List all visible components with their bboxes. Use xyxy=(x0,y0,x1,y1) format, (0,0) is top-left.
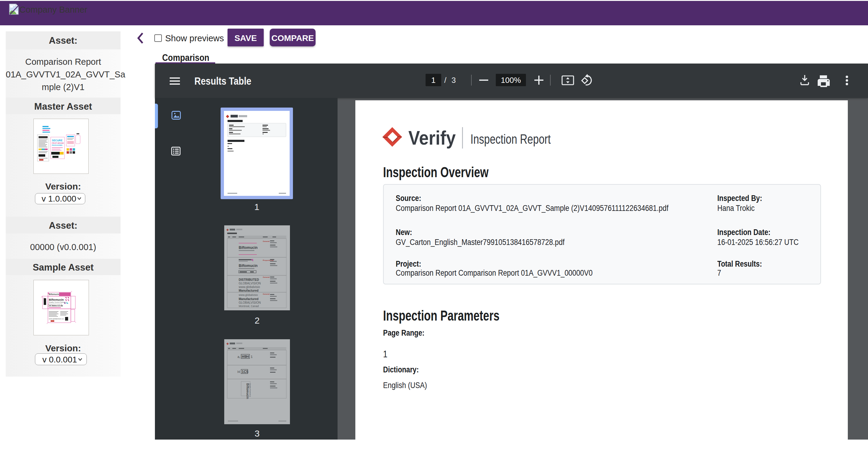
svg-text:Biftomucin: Biftomucin xyxy=(49,293,59,295)
svg-text:a,: a, xyxy=(238,355,240,358)
svg-text:20 Tablets: 20 Tablets xyxy=(49,305,57,306)
svg-text:General: General xyxy=(263,241,270,242)
svg-text:Montreal, Canad: Montreal, Canad xyxy=(239,305,259,308)
svg-text:1C5: 1C5 xyxy=(242,370,248,374)
svg-text:6.3 mg: 6.3 mg xyxy=(58,305,63,306)
svg-text:SECURE: SECURE xyxy=(52,139,63,142)
svg-text:Quality Control S: Quality Control S xyxy=(249,383,251,397)
svg-text:www.globalvisio: www.globalvisio xyxy=(239,293,258,296)
svg-text:Biftomucin: Biftomucin xyxy=(49,298,64,301)
svg-text:H9H: H9H xyxy=(242,355,249,359)
svg-text:1: 1 xyxy=(251,355,253,358)
svg-text:H: H xyxy=(238,370,240,374)
svg-text:GLOBALVISION: GLOBALVISION xyxy=(239,282,261,285)
svg-text:Manufactured: Manufactured xyxy=(239,289,258,292)
svg-text:Manufactured: Manufactured xyxy=(239,297,258,301)
svg-text:GLOBALVISION: GLOBALVISION xyxy=(239,301,261,304)
svg-text:General: General xyxy=(263,293,270,295)
svg-text:DISTRIBUTED: DISTRIBUTED xyxy=(239,278,259,281)
svg-text:Quality Control Solution: Quality Control Solution xyxy=(49,301,66,303)
svg-text:www.globalvision.co: www.globalvision.co xyxy=(49,318,64,320)
svg-text:Biftomucin: Biftomucin xyxy=(246,383,249,399)
svg-text:Biftomucin: Biftomucin xyxy=(239,246,258,250)
svg-text:www.globalvisio: www.globalvisio xyxy=(239,285,260,289)
svg-text:PACKAGING: PACKAGING xyxy=(52,144,62,146)
svg-text:Biftomucin: Biftomucin xyxy=(239,263,258,268)
svg-text:FRUIT BRAND: FRUIT BRAND xyxy=(52,142,64,144)
svg-text:General: General xyxy=(263,276,270,278)
